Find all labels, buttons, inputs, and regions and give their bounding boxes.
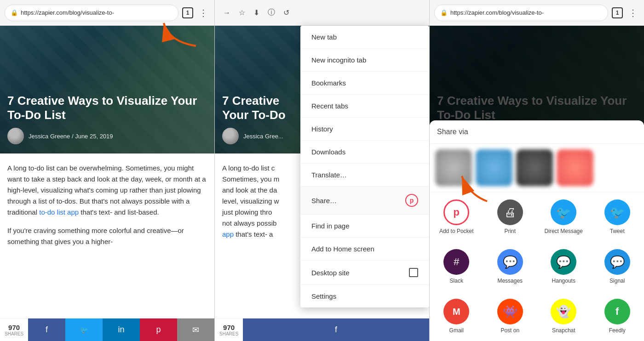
share-app-feedly[interactable]: f Feedly <box>591 291 644 341</box>
author-avatar-1 <box>7 128 24 144</box>
share-count-2: 970 SHARES <box>215 324 243 336</box>
slack-label: Slack <box>450 278 463 284</box>
reddit-icon: 👾 <box>497 299 523 324</box>
share-app-signal[interactable]: 💬 Signal <box>591 242 644 291</box>
share-facebook-2[interactable]: f <box>243 318 429 341</box>
share-bar-2: 970 SHARES f <box>215 318 429 341</box>
print-label: Print <box>504 228 516 234</box>
share-contacts-row <box>430 144 644 192</box>
share-app-reddit[interactable]: 👾 Post on <box>483 291 537 341</box>
url-text-3: https://zapier.com/blog/visualize-to- <box>450 9 602 16</box>
todo-link-2[interactable]: app <box>222 230 234 238</box>
author-name-2: Jessica Gree... <box>243 133 283 140</box>
article-para-2: If you're craving something more colorfu… <box>7 225 207 247</box>
feedly-label: Feedly <box>609 327 626 334</box>
share-number-2: 970 <box>223 324 235 331</box>
menu-item-label-new-tab: New tab <box>311 33 337 41</box>
pocket-label: Add to Pocket <box>439 228 474 234</box>
share-linkedin-1[interactable]: in <box>103 318 140 341</box>
menu-item-label-incognito: New incognito tab <box>311 56 366 64</box>
arrow-annotation-1 <box>159 18 201 55</box>
browser-panel-1: 🔒 https://zapier.com/blog/visualize-to- … <box>0 0 215 341</box>
hero-title-1: 7 Creative Ways to Visualize Your To-Do … <box>7 94 207 122</box>
avatar-image-1 <box>7 128 24 144</box>
menu-item-label-recent-tabs: Recent tabs <box>311 102 348 110</box>
more-menu-btn-1[interactable]: ⋮ <box>197 7 210 18</box>
messages-icon: 💬 <box>497 249 523 275</box>
tab-count-1[interactable]: 1 <box>182 7 193 18</box>
messages-label: Messages <box>497 278 523 284</box>
avatar-image-2 <box>222 128 239 144</box>
more-menu-btn-3[interactable]: ⋮ <box>627 7 639 18</box>
share-app-slack[interactable]: # Slack <box>430 242 483 291</box>
menu-item-bookmarks[interactable]: Bookmarks <box>300 72 429 95</box>
menu-item-translate[interactable]: Translate… <box>300 164 429 187</box>
menu-item-add-home[interactable]: Add to Home screen <box>300 238 429 261</box>
gmail-icon: M <box>443 299 469 324</box>
share-contact-3[interactable] <box>516 149 553 186</box>
menu-item-new-incognito[interactable]: New incognito tab <box>300 49 429 72</box>
lock-icon-1: 🔒 <box>11 9 18 16</box>
share-pocket-icon: p <box>405 194 418 207</box>
refresh-icon[interactable]: ↺ <box>283 8 289 17</box>
todo-app-link-1[interactable]: to-do list app <box>39 208 79 216</box>
author-name-1: Jessica Greene / June 25, 2019 <box>29 133 113 140</box>
share-count-1: 970 SHARES <box>0 324 28 336</box>
menu-item-find[interactable]: Find in page <box>300 215 429 238</box>
lock-icon-3: 🔒 <box>440 9 448 16</box>
dropdown-menu: New tab New incognito tab Bookmarks Rece… <box>300 26 429 307</box>
signal-label: Signal <box>610 278 625 284</box>
menu-item-downloads[interactable]: Downloads <box>300 141 429 164</box>
share-bar-1: 970 SHARES f 🐦 in p ✉ <box>0 318 214 341</box>
menu-item-label-translate: Translate… <box>311 171 347 179</box>
share-twitter-1[interactable]: 🐦 <box>65 318 103 341</box>
share-app-snapchat[interactable]: 👻 Snapchat <box>537 291 591 341</box>
url-field-3[interactable]: 🔒 https://zapier.com/blog/visualize-to- <box>434 5 608 21</box>
share-app-tweet[interactable]: 🐦 Tweet <box>591 192 644 242</box>
share-app-messages[interactable]: 💬 Messages <box>483 242 537 291</box>
info-icon[interactable]: ⓘ <box>268 8 275 17</box>
share-sheet: Share via p <box>430 120 644 341</box>
menu-item-new-tab[interactable]: New tab <box>300 26 429 49</box>
share-contact-2[interactable] <box>476 149 512 186</box>
hangouts-icon: 💬 <box>551 249 576 275</box>
toolbar-icons-2: → ☆ ⬇ ⓘ ↺ <box>219 8 293 17</box>
feedly-icon: f <box>604 299 630 324</box>
share-label-2: SHARES <box>219 331 238 336</box>
star-icon[interactable]: ☆ <box>239 8 245 17</box>
share-email-1[interactable]: ✉ <box>177 318 214 341</box>
share-app-hangouts[interactable]: 💬 Hangouts <box>537 242 591 291</box>
menu-item-label-desktop: Desktop site <box>311 269 350 277</box>
url-field-1[interactable]: 🔒 https://zapier.com/blog/visualize-to- <box>5 5 178 21</box>
share-app-pocket[interactable]: p Add to Pocket <box>430 192 483 242</box>
share-facebook-1[interactable]: f <box>28 318 65 341</box>
menu-item-settings[interactable]: Settings <box>300 285 429 307</box>
url-text-1: https://zapier.com/blog/visualize-to- <box>21 9 172 16</box>
share-number-1: 970 <box>8 324 20 331</box>
tab-count-3[interactable]: 1 <box>612 7 623 18</box>
forward-icon[interactable]: → <box>223 9 230 17</box>
tweet-label: Tweet <box>610 228 625 234</box>
browser-panel-2: → ☆ ⬇ ⓘ ↺ 7 CreativeYour To-Do Jessica G… <box>215 0 430 341</box>
menu-item-label-history: History <box>311 125 333 133</box>
share-pocket-1[interactable]: p <box>140 318 177 341</box>
share-contact-1[interactable] <box>435 149 472 186</box>
hangouts-label: Hangouts <box>552 278 575 284</box>
article-para-1: A long to-do list can be overwhelming. S… <box>7 163 207 218</box>
download-icon[interactable]: ⬇ <box>253 8 259 17</box>
share-via-title: Share via <box>430 120 644 144</box>
menu-item-share[interactable]: Share… p <box>300 187 429 215</box>
share-app-dm[interactable]: 🐦 Direct Message <box>537 192 591 242</box>
signal-icon: 💬 <box>604 249 630 275</box>
article-content-1: A long to-do list can be overwhelming. S… <box>0 153 214 264</box>
menu-item-label-find: Find in page <box>311 222 350 230</box>
menu-item-history[interactable]: History <box>300 118 429 141</box>
menu-item-label-settings: Settings <box>311 292 336 300</box>
share-contact-4[interactable] <box>557 149 593 186</box>
share-app-gmail[interactable]: M Gmail <box>430 291 483 341</box>
snapchat-icon: 👻 <box>551 299 576 324</box>
menu-item-desktop[interactable]: Desktop site <box>300 261 429 285</box>
menu-item-recent-tabs[interactable]: Recent tabs <box>300 95 429 118</box>
share-app-print[interactable]: 🖨 Print <box>483 192 537 242</box>
pocket-icon: p <box>443 199 469 225</box>
